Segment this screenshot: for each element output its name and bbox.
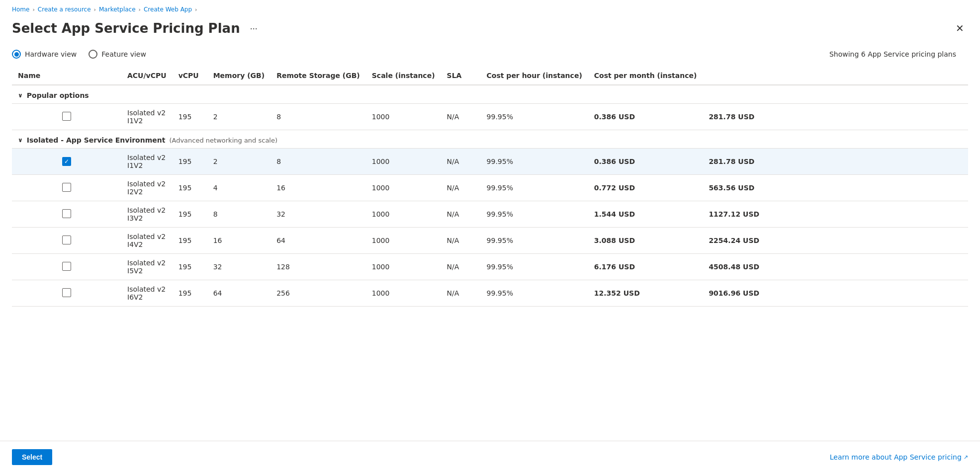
cell-vcpu: 2 bbox=[207, 104, 271, 130]
ellipsis-button[interactable]: ··· bbox=[246, 21, 262, 36]
col-header-acu: ACU/vCPU bbox=[121, 67, 173, 85]
cell-cpm: 2254.24 USD bbox=[703, 228, 968, 254]
table-row[interactable]: ✓Isolated v2 I1V2195281000N/A99.95%0.386… bbox=[12, 149, 968, 175]
cell-name: Isolated v2 I1V2 bbox=[121, 104, 173, 130]
row-checkbox-0-0[interactable] bbox=[12, 104, 121, 130]
cell-acu: 195 bbox=[173, 201, 207, 228]
cell-storage: 1000 bbox=[366, 149, 441, 175]
col-header-vcpu: vCPU bbox=[173, 67, 207, 85]
hardware-view-option[interactable]: Hardware view bbox=[12, 50, 77, 59]
cell-cph: 3.088 USD bbox=[588, 228, 703, 254]
table-row[interactable]: Isolated v2 I4V219516641000N/A99.95%3.08… bbox=[12, 228, 968, 254]
col-header-scale: Scale (instance) bbox=[366, 67, 441, 85]
cell-sla: 99.95% bbox=[481, 149, 588, 175]
row-checkbox-1-3[interactable] bbox=[12, 228, 121, 254]
table-row[interactable]: Isolated v2 I5V2195321281000N/A99.95%6.1… bbox=[12, 254, 968, 280]
cell-storage: 1000 bbox=[366, 201, 441, 228]
unchecked-icon bbox=[62, 288, 71, 297]
cell-scale: N/A bbox=[441, 175, 481, 201]
cell-acu: 195 bbox=[173, 254, 207, 280]
cell-vcpu: 8 bbox=[207, 201, 271, 228]
table-row[interactable]: Isolated v2 I1V2195281000N/A99.95%0.386 … bbox=[12, 104, 968, 130]
breadcrumb-home[interactable]: Home bbox=[12, 6, 29, 13]
cell-acu: 195 bbox=[173, 280, 207, 307]
table-row[interactable]: Isolated v2 I6V2195642561000N/A99.95%12.… bbox=[12, 280, 968, 307]
cell-cpm: 4508.48 USD bbox=[703, 254, 968, 280]
cell-scale: N/A bbox=[441, 280, 481, 307]
table-row[interactable]: Isolated v2 I3V21958321000N/A99.95%1.544… bbox=[12, 201, 968, 228]
cell-name: Isolated v2 I1V2 bbox=[121, 149, 173, 175]
breadcrumb: Home › Create a resource › Marketplace ›… bbox=[0, 0, 980, 17]
hardware-view-label: Hardware view bbox=[25, 50, 77, 58]
cell-acu: 195 bbox=[173, 175, 207, 201]
section-title-isolated: Isolated - App Service Environment bbox=[27, 136, 166, 144]
feature-view-radio[interactable] bbox=[89, 50, 97, 59]
breadcrumb-sep-2: › bbox=[94, 6, 96, 13]
feature-view-label: Feature view bbox=[101, 50, 146, 58]
cell-memory: 32 bbox=[270, 201, 366, 228]
row-checkbox-1-2[interactable] bbox=[12, 201, 121, 228]
row-checkbox-1-0[interactable]: ✓ bbox=[12, 149, 121, 175]
external-link-icon: ↗ bbox=[964, 454, 968, 461]
breadcrumb-create-web-app[interactable]: Create Web App bbox=[144, 6, 192, 13]
checked-icon: ✓ bbox=[62, 157, 71, 166]
breadcrumb-sep-4: › bbox=[195, 6, 197, 13]
cell-scale: N/A bbox=[441, 228, 481, 254]
cell-cph: 1.544 USD bbox=[588, 201, 703, 228]
select-button[interactable]: Select bbox=[12, 449, 52, 465]
cell-cph: 12.352 USD bbox=[588, 280, 703, 307]
row-checkbox-1-4[interactable] bbox=[12, 254, 121, 280]
cell-name: Isolated v2 I2V2 bbox=[121, 175, 173, 201]
col-header-cph: Cost per hour (instance) bbox=[481, 67, 588, 85]
cell-storage: 1000 bbox=[366, 280, 441, 307]
cell-cpm: 9016.96 USD bbox=[703, 280, 968, 307]
hardware-view-radio[interactable] bbox=[12, 50, 21, 59]
cell-scale: N/A bbox=[441, 149, 481, 175]
cell-cpm: 1127.12 USD bbox=[703, 201, 968, 228]
section-chevron-popular[interactable]: ∨ bbox=[18, 92, 23, 99]
cell-sla: 99.95% bbox=[481, 104, 588, 130]
cell-name: Isolated v2 I4V2 bbox=[121, 228, 173, 254]
cell-memory: 128 bbox=[270, 254, 366, 280]
cell-sla: 99.95% bbox=[481, 175, 588, 201]
cell-storage: 1000 bbox=[366, 254, 441, 280]
row-checkbox-1-1[interactable] bbox=[12, 175, 121, 201]
cell-name: Isolated v2 I6V2 bbox=[121, 280, 173, 307]
cell-cpm: 281.78 USD bbox=[703, 104, 968, 130]
section-label-isolated: ∨Isolated - App Service Environment (Adv… bbox=[12, 130, 703, 149]
header: Select App Service Pricing Plan ··· ✕ bbox=[0, 17, 980, 44]
footer: Select Learn more about App Service pric… bbox=[0, 441, 980, 473]
row-checkbox-1-5[interactable] bbox=[12, 280, 121, 307]
breadcrumb-marketplace[interactable]: Marketplace bbox=[99, 6, 136, 13]
close-button[interactable]: ✕ bbox=[952, 21, 968, 35]
cell-cph: 0.386 USD bbox=[588, 149, 703, 175]
unchecked-icon bbox=[62, 262, 71, 271]
cell-sla: 99.95% bbox=[481, 228, 588, 254]
cell-vcpu: 64 bbox=[207, 280, 271, 307]
section-title-popular: Popular options bbox=[27, 91, 89, 99]
cell-sla: 99.95% bbox=[481, 254, 588, 280]
table-header-row: Name ACU/vCPU vCPU Memory (GB) Remote St… bbox=[12, 67, 968, 85]
cell-vcpu: 2 bbox=[207, 149, 271, 175]
cell-sla: 99.95% bbox=[481, 201, 588, 228]
section-chevron-isolated[interactable]: ∨ bbox=[18, 137, 23, 144]
cell-name: Isolated v2 I3V2 bbox=[121, 201, 173, 228]
cell-storage: 1000 bbox=[366, 228, 441, 254]
cell-vcpu: 32 bbox=[207, 254, 271, 280]
unchecked-icon bbox=[62, 183, 71, 192]
col-header-memory: Memory (GB) bbox=[207, 67, 271, 85]
unchecked-icon bbox=[62, 236, 71, 244]
breadcrumb-sep-1: › bbox=[32, 6, 34, 13]
cell-scale: N/A bbox=[441, 254, 481, 280]
cell-acu: 195 bbox=[173, 228, 207, 254]
cell-name: Isolated v2 I5V2 bbox=[121, 254, 173, 280]
breadcrumb-create-resource[interactable]: Create a resource bbox=[38, 6, 91, 13]
cell-cpm: 563.56 USD bbox=[703, 175, 968, 201]
page-title: Select App Service Pricing Plan bbox=[12, 21, 240, 36]
table-row[interactable]: Isolated v2 I2V21954161000N/A99.95%0.772… bbox=[12, 175, 968, 201]
page-container: Home › Create a resource › Marketplace ›… bbox=[0, 0, 980, 473]
learn-more-link[interactable]: Learn more about App Service pricing ↗ bbox=[830, 453, 968, 461]
cell-cph: 0.772 USD bbox=[588, 175, 703, 201]
unchecked-icon bbox=[62, 209, 71, 218]
feature-view-option[interactable]: Feature view bbox=[89, 50, 146, 59]
